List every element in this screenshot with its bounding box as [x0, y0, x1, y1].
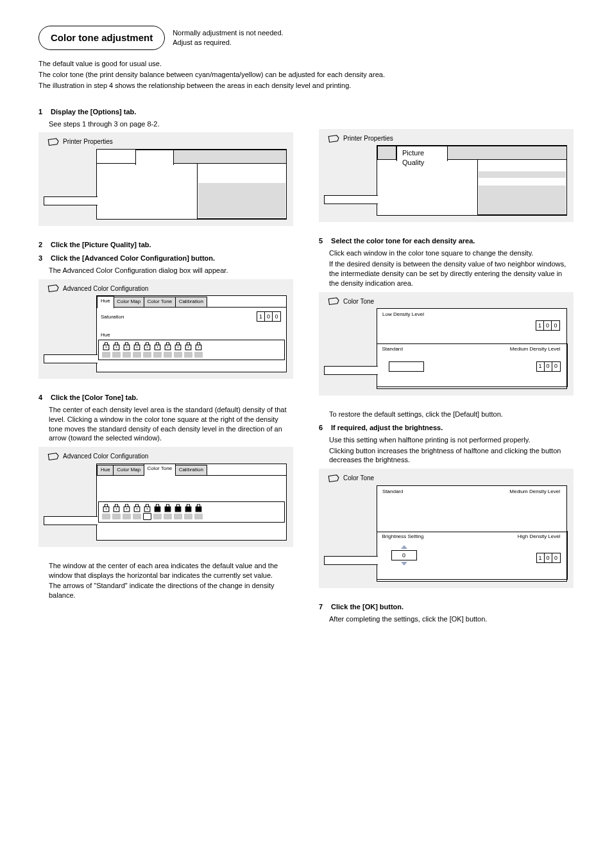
tone-swatch[interactable]	[164, 514, 172, 519]
intro-p2: The color tone (the print density balanc…	[38, 70, 574, 80]
tone-icon-locked[interactable]	[153, 504, 162, 512]
step-number: 1	[38, 107, 49, 117]
tone-icon-open[interactable]	[112, 504, 121, 512]
tone-icon-open[interactable]	[123, 504, 131, 512]
hue-swatch[interactable]	[112, 352, 121, 358]
left-column: 1 Display the [Options] tab. See steps 1…	[38, 103, 293, 628]
hue-swatch[interactable]	[174, 352, 182, 358]
tag-icon	[327, 474, 339, 483]
panel-caption-text: Printer Properties	[63, 137, 113, 146]
tab-color-map[interactable]: Color Map	[113, 465, 144, 475]
tone-icon-open[interactable]	[133, 504, 141, 512]
brightness-value[interactable]: 0	[391, 550, 417, 560]
tone-swatch[interactable]	[102, 514, 110, 519]
panel-caption-text: Printer Properties	[343, 134, 393, 143]
tone-swatch[interactable]	[133, 514, 141, 519]
svg-point-13	[167, 347, 169, 348]
brightness-label: Brightness Setting	[382, 534, 424, 541]
hue-icon[interactable]	[123, 342, 131, 351]
hue-swatch[interactable]	[164, 352, 172, 358]
standard-label: Standard	[382, 489, 403, 496]
tone-swatch[interactable]	[194, 514, 203, 519]
tone-swatch[interactable]	[112, 514, 121, 519]
hue-selector[interactable]	[98, 340, 285, 360]
hue-icon[interactable]	[102, 342, 110, 351]
tone-icon-locked[interactable]	[194, 504, 203, 512]
tone-swatch[interactable]	[174, 514, 182, 519]
tab-picture-quality[interactable]: Picture Quality	[396, 146, 448, 161]
hue-icon[interactable]	[184, 342, 192, 351]
svg-point-27	[137, 508, 138, 509]
screenshot-panel: Advanced Color Configuration Hue Color M…	[38, 279, 293, 379]
hue-icon[interactable]	[164, 342, 172, 351]
standard-field[interactable]	[389, 361, 424, 372]
tone-icon-open[interactable]	[102, 504, 110, 512]
saturation-value[interactable]: 100	[257, 311, 281, 322]
svg-rect-33	[185, 507, 191, 512]
pointer-arm	[324, 366, 378, 375]
hue-swatch[interactable]	[194, 352, 203, 358]
step-number: 7	[319, 602, 329, 612]
hue-swatch[interactable]	[153, 352, 162, 358]
tab-hue[interactable]: Hue	[97, 465, 114, 475]
step-number: 6	[319, 423, 329, 433]
arrow-up-icon[interactable]	[401, 545, 407, 549]
tone-swatch[interactable]	[153, 514, 162, 519]
tab-calibration[interactable]: Calibration	[175, 465, 207, 475]
tone-icon-locked[interactable]	[184, 504, 192, 512]
svg-point-5	[126, 347, 128, 348]
hue-swatch[interactable]	[143, 352, 151, 358]
high-density-value[interactable]: 100	[536, 553, 561, 563]
tag-icon	[327, 297, 339, 306]
hue-icon[interactable]	[133, 342, 141, 351]
hue-swatch[interactable]	[184, 352, 192, 358]
section-title-pill: Color tone adjustment	[38, 26, 165, 50]
standard-label: Standard	[382, 346, 403, 353]
svg-point-23	[116, 508, 117, 509]
step-body: If the desired density is between the de…	[329, 259, 574, 288]
tab[interactable]	[135, 150, 174, 165]
hue-icon[interactable]	[143, 342, 151, 351]
tone-swatch[interactable]	[123, 514, 131, 519]
tone-swatch-selected[interactable]	[143, 513, 151, 520]
med-density-value[interactable]: 100	[536, 361, 561, 372]
svg-point-1	[106, 347, 107, 348]
arrow-down-icon[interactable]	[401, 562, 407, 566]
tag-icon	[47, 284, 59, 293]
high-density-label: High Density Level	[518, 534, 561, 541]
svg-point-7	[137, 347, 138, 348]
brightness-spinner[interactable]: 0	[391, 545, 417, 566]
svg-point-21	[106, 508, 107, 509]
hue-icon[interactable]	[112, 342, 121, 351]
tone-swatch[interactable]	[184, 514, 192, 519]
step-body: Clicking button increases the brightness…	[329, 446, 574, 465]
hue-swatch[interactable]	[123, 352, 131, 358]
tone-icon-locked[interactable]	[164, 504, 172, 512]
hue-label: Hue	[101, 332, 110, 339]
hue-icon[interactable]	[194, 342, 203, 351]
low-density-value[interactable]: 100	[536, 320, 560, 331]
tone-icon-open[interactable]	[143, 504, 151, 512]
tone-selector[interactable]	[98, 501, 285, 523]
hue-swatch[interactable]	[102, 352, 110, 358]
tab-hue[interactable]: Hue	[97, 296, 114, 308]
screenshot-panel: Color Tone Standard Medium Density Level…	[319, 469, 574, 588]
hue-icon[interactable]	[174, 342, 182, 351]
tab-color-tone[interactable]: Color Tone	[144, 297, 176, 307]
step5-note: To restore the default settings, click t…	[329, 410, 574, 419]
step-title: Display the [Options] tab.	[51, 108, 136, 116]
tab-options-inactive[interactable]	[377, 146, 396, 159]
tone-icon-locked[interactable]	[174, 504, 182, 512]
step-body: The center of each density level area is…	[49, 405, 293, 443]
hue-swatch[interactable]	[133, 352, 141, 358]
tab-color-tone[interactable]: Color Tone	[144, 464, 176, 476]
step-body: Use this setting when halftone printing …	[329, 435, 574, 445]
hue-icon[interactable]	[153, 342, 162, 351]
pointer-arm	[324, 195, 378, 204]
panel-caption-text: Advanced Color Configuration	[63, 284, 148, 293]
tag-icon	[327, 134, 339, 143]
panel-caption-text: Color Tone	[343, 297, 374, 306]
intro-paragraphs: The default value is good for usual use.…	[38, 59, 574, 91]
tab-calibration[interactable]: Calibration	[175, 297, 207, 307]
tab-color-map[interactable]: Color Map	[113, 297, 144, 307]
